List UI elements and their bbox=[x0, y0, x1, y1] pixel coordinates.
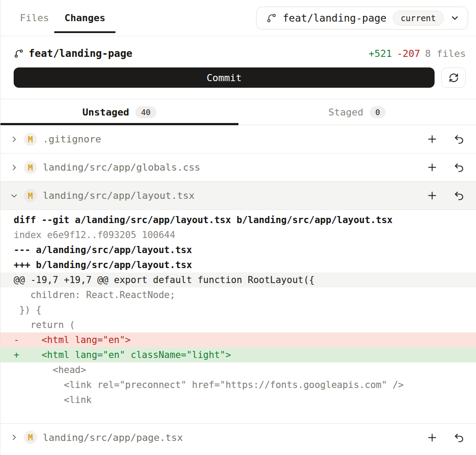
tab-changes[interactable]: Changes bbox=[54, 0, 115, 36]
stage-file-button[interactable] bbox=[426, 190, 438, 201]
view-tabs: Files Changes bbox=[15, 0, 115, 36]
status-badge: M bbox=[24, 431, 37, 444]
summary-section: feat/landing-page +521 -207 8 files Comm… bbox=[0, 36, 476, 99]
discard-file-button[interactable] bbox=[454, 134, 465, 145]
commit-button-label: Commit bbox=[207, 72, 242, 83]
diff-line: <head> bbox=[0, 362, 476, 377]
status-badge: M bbox=[24, 133, 37, 146]
diff-added-line: + <html lang="en" className="light"> bbox=[0, 347, 476, 362]
diff-line: <link bbox=[0, 392, 476, 407]
unstaged-count-badge: 40 bbox=[135, 106, 156, 118]
stage-tabs: Unstaged 40 Staged 0 bbox=[0, 99, 476, 125]
header: Files Changes feat/landing-page current bbox=[0, 0, 476, 36]
status-badge: M bbox=[24, 189, 37, 202]
tab-staged[interactable]: Staged 0 bbox=[238, 99, 476, 125]
chevron-right-icon bbox=[10, 164, 18, 172]
chevron-right-icon bbox=[10, 135, 18, 143]
stage-file-button[interactable] bbox=[426, 432, 438, 444]
diff-view: diff --git a/landing/src/app/layout.tsx … bbox=[0, 210, 476, 423]
diff-stats: +521 -207 8 files bbox=[368, 48, 466, 59]
diff-hunk-header: @@ -19,7 +19,7 @@ export default functio… bbox=[0, 272, 476, 287]
files-count: 8 files bbox=[425, 48, 466, 59]
diff-line: children: React.ReactNode; bbox=[0, 287, 476, 302]
diff-removed-line: - <html lang="en"> bbox=[0, 332, 476, 347]
unstaged-label: Unstaged bbox=[82, 107, 129, 118]
tab-files-label: Files bbox=[20, 12, 49, 23]
chevron-right-icon bbox=[10, 433, 18, 441]
chevron-down-icon bbox=[10, 192, 18, 200]
branch-name: feat/landing-page bbox=[29, 48, 132, 59]
file-row-layout-tsx[interactable]: M landing/src/app/layout.tsx bbox=[0, 182, 476, 210]
refresh-button[interactable] bbox=[441, 67, 466, 88]
file-row-globals-css[interactable]: M landing/src/app/globals.css bbox=[0, 153, 476, 182]
staged-count-badge: 0 bbox=[370, 106, 386, 118]
deletions-count: -207 bbox=[397, 48, 420, 59]
diff-line: <link rel="preconnect" href="https://fon… bbox=[0, 377, 476, 392]
diff-line: diff --git a/landing/src/app/layout.tsx … bbox=[0, 213, 476, 228]
git-branch-icon bbox=[266, 13, 277, 23]
tab-unstaged[interactable]: Unstaged 40 bbox=[0, 99, 238, 125]
stage-file-button[interactable] bbox=[426, 133, 438, 145]
discard-file-button[interactable] bbox=[454, 162, 465, 173]
additions-count: +521 bbox=[368, 48, 392, 59]
file-path: .gitignore bbox=[43, 134, 101, 145]
summary-branch: feat/landing-page bbox=[14, 48, 132, 59]
diff-line: }) { bbox=[0, 302, 476, 317]
diff-line: +++ b/landing/src/app/layout.tsx bbox=[0, 257, 476, 272]
file-path: landing/src/app/layout.tsx bbox=[43, 190, 194, 201]
git-branch-icon bbox=[14, 48, 24, 59]
branch-selector[interactable]: feat/landing-page current bbox=[256, 7, 468, 30]
diff-line: return ( bbox=[0, 317, 476, 332]
tab-files[interactable]: Files bbox=[15, 0, 54, 36]
discard-file-button[interactable] bbox=[454, 432, 465, 443]
diff-line: index e6e9f12..f093205 100644 bbox=[0, 228, 476, 242]
file-path: landing/src/app/globals.css bbox=[43, 162, 201, 173]
stage-file-button[interactable] bbox=[426, 161, 438, 173]
discard-file-button[interactable] bbox=[454, 190, 465, 201]
refresh-icon bbox=[449, 73, 459, 83]
status-badge: M bbox=[24, 161, 37, 174]
branch-selector-label: feat/landing-page bbox=[283, 12, 387, 24]
file-row-page-tsx[interactable]: M landing/src/app/page.tsx bbox=[0, 423, 476, 451]
chevron-down-icon bbox=[450, 13, 460, 23]
staged-label: Staged bbox=[328, 107, 363, 118]
file-path: landing/src/app/page.tsx bbox=[43, 432, 183, 443]
diff-line: --- a/landing/src/app/layout.tsx bbox=[0, 242, 476, 257]
current-branch-badge: current bbox=[393, 11, 444, 26]
commit-button[interactable]: Commit bbox=[14, 67, 435, 88]
file-row-gitignore[interactable]: M .gitignore bbox=[0, 125, 476, 153]
tab-changes-label: Changes bbox=[64, 12, 105, 23]
